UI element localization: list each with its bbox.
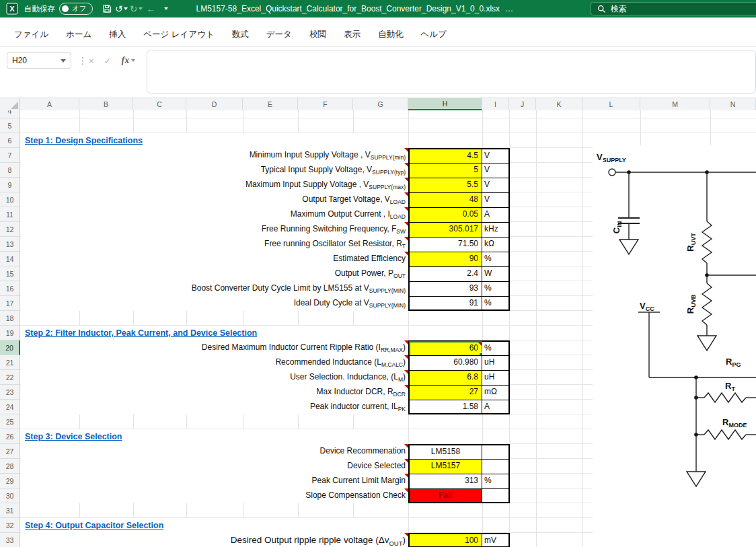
row-header-31[interactable]: 31 [0, 503, 20, 518]
column-header-A[interactable]: A [20, 98, 79, 110]
row-header-17[interactable]: 17 [0, 296, 20, 311]
ribbon-tab-review[interactable]: 校閲 [301, 27, 335, 42]
row-header-27[interactable]: 27 [0, 444, 20, 459]
row-header-6[interactable]: 6 [0, 133, 20, 148]
cell-H28[interactable]: LM5157 [408, 459, 482, 474]
row-header-16[interactable]: 16 [0, 281, 20, 296]
column-header-J[interactable]: J [509, 98, 536, 110]
formula-bar-input[interactable] [147, 50, 756, 94]
cell-I10[interactable]: V [482, 192, 510, 207]
column-header-L[interactable]: L [582, 98, 640, 110]
cell-H14[interactable]: 90 [408, 252, 482, 266]
ribbon-tab-view[interactable]: 表示 [335, 27, 369, 42]
row-header-9[interactable]: 9 [0, 178, 20, 192]
ribbon-tab-home[interactable]: ホーム [57, 27, 100, 42]
insert-function-button[interactable]: fx [122, 55, 136, 66]
cell-I12[interactable]: kHz [482, 222, 510, 237]
cell-H15[interactable]: 2.4 [408, 266, 482, 281]
cell-H16[interactable]: 93 [408, 281, 482, 296]
cancel-icon[interactable]: × [89, 56, 94, 66]
title-ellipsis[interactable]: … [505, 4, 514, 13]
ribbon-tab-data[interactable]: データ [258, 27, 301, 42]
cell-H29[interactable]: 313 [408, 474, 482, 488]
cell-I8[interactable]: V [482, 163, 510, 178]
cell-H24[interactable]: 1.58 [408, 400, 482, 414]
cell-I13[interactable]: kΩ [482, 237, 510, 252]
cell-H33[interactable]: 100 [408, 533, 482, 547]
cell-H11[interactable]: 0.05 [408, 207, 482, 222]
ribbon-tab-page-layout[interactable]: ページ レイアウト [135, 27, 223, 42]
ribbon-tab-help[interactable]: ヘルプ [412, 27, 455, 42]
row-header-21[interactable]: 21 [0, 355, 20, 370]
select-all-corner[interactable] [0, 98, 20, 110]
column-header-G[interactable]: G [353, 98, 408, 110]
cell-I11[interactable]: A [482, 207, 510, 222]
column-header-K[interactable]: K [536, 98, 582, 110]
cell-I21[interactable]: uH [482, 355, 510, 370]
row-header-25[interactable]: 25 [0, 414, 20, 429]
row-header-33[interactable]: 33 [0, 533, 20, 547]
ribbon-tab-automate[interactable]: 自動化 [369, 27, 412, 42]
column-header-D[interactable]: D [186, 98, 243, 110]
cell-H21[interactable]: 60.980 [408, 355, 482, 370]
ribbon-tab-formulas[interactable]: 数式 [223, 27, 258, 42]
cell-I7[interactable]: V [482, 148, 510, 163]
column-header-F[interactable]: F [298, 98, 353, 110]
row-header-22[interactable]: 22 [0, 370, 20, 385]
row-header-14[interactable]: 14 [0, 252, 20, 266]
ribbon-tab-insert[interactable]: 挿入 [100, 27, 135, 42]
cell-H9[interactable]: 5.5 [408, 178, 482, 192]
ribbon-tab-file[interactable]: ファイル [5, 27, 57, 42]
row-header-29[interactable]: 29 [0, 474, 20, 488]
cell-I15[interactable]: W [482, 266, 510, 281]
redo-icon[interactable]: ↻ [129, 2, 144, 15]
autosave-toggle[interactable]: オフ [59, 3, 93, 15]
column-header-C[interactable]: C [133, 98, 186, 110]
row-header-11[interactable]: 11 [0, 207, 20, 222]
row-header-18[interactable]: 18 [0, 311, 20, 326]
row-header-24[interactable]: 24 [0, 400, 20, 414]
search-box[interactable]: 検索 [591, 2, 756, 15]
cell-H20[interactable]: 60 [408, 340, 482, 355]
cell-I9[interactable]: V [482, 178, 510, 192]
enter-icon[interactable]: ✓ [104, 56, 112, 66]
redo-dropdown-caret-icon[interactable] [139, 7, 143, 10]
row-header-28[interactable]: 28 [0, 459, 20, 474]
cell-H30[interactable]: Fail [408, 488, 482, 503]
row-header-23[interactable]: 23 [0, 385, 20, 400]
row-header-32[interactable]: 32 [0, 518, 20, 533]
column-header-M[interactable]: M [640, 98, 710, 110]
column-header-B[interactable]: B [79, 98, 133, 110]
cell-H8[interactable]: 5 [408, 163, 482, 178]
toolbar-overflow-chevron-icon[interactable] [159, 2, 174, 15]
cell-I30[interactable] [482, 488, 510, 503]
row-header-19[interactable]: 19 [0, 326, 20, 340]
column-header-H[interactable]: H [408, 98, 482, 110]
row-header-10[interactable]: 10 [0, 192, 20, 207]
name-box-caret-icon[interactable] [61, 59, 66, 63]
cell-I27[interactable] [482, 444, 510, 459]
undo-icon[interactable]: ↺ [114, 2, 129, 15]
back-arrow-icon[interactable]: ← [144, 2, 159, 15]
row-header-13[interactable]: 13 [0, 237, 20, 252]
cell-H12[interactable]: 305.017 [408, 222, 482, 237]
row-header-12[interactable]: 12 [0, 222, 20, 237]
circuit-diagram[interactable]: VSUPPLY CIN [593, 145, 756, 547]
cell-H10[interactable]: 48 [408, 192, 482, 207]
cell-H17[interactable]: 91 [408, 296, 482, 311]
cell-I23[interactable]: mΩ [482, 385, 510, 400]
cell-H27[interactable]: LM5158 [408, 444, 482, 459]
cell-H13[interactable]: 71.50 [408, 237, 482, 252]
cell-I33[interactable]: mV [482, 533, 510, 547]
column-header-N[interactable]: N [710, 98, 756, 110]
row-header-26[interactable]: 26 [0, 429, 20, 444]
cell-I24[interactable]: A [482, 400, 510, 414]
row-header-4[interactable]: 4 [0, 110, 20, 118]
cell-I14[interactable]: % [482, 252, 510, 266]
cell-H7[interactable]: 4.5 [408, 148, 482, 163]
cell-I16[interactable]: % [482, 281, 510, 296]
name-box[interactable]: H20 [7, 52, 71, 69]
excel-app-icon[interactable]: X [5, 2, 19, 15]
row-header-8[interactable]: 8 [0, 163, 20, 178]
cell-I28[interactable] [482, 459, 510, 474]
